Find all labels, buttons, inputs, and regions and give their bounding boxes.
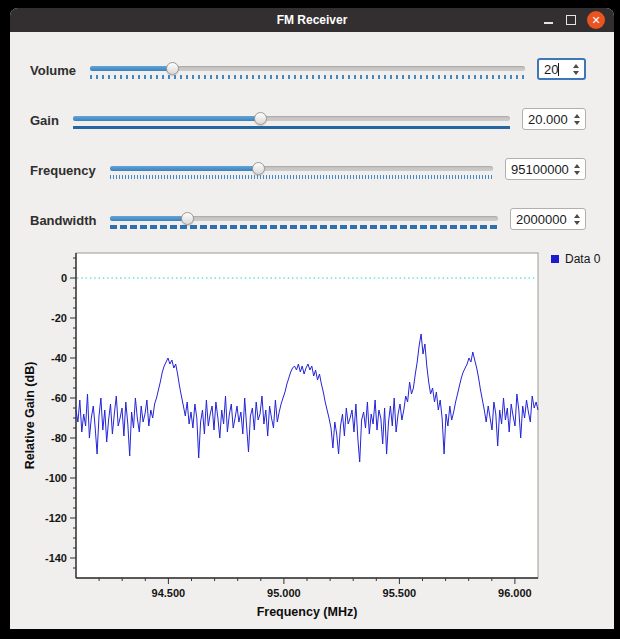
window-title: FM Receiver	[277, 13, 348, 27]
frequency-label: Frequency	[30, 158, 96, 184]
volume-slider-ticks	[90, 75, 525, 79]
frequency-slider[interactable]	[110, 158, 493, 184]
bandwidth-spinbox-arrows[interactable]	[569, 209, 585, 229]
bandwidth-slider-handle[interactable]	[181, 212, 194, 225]
y-tick-label: -100	[45, 472, 67, 484]
bandwidth-spinbox[interactable]: 2000000	[510, 208, 586, 230]
x-tick-label: 95.000	[267, 587, 301, 599]
spectrum-plot-panel: 0-20-40-60-80-100-120-14094.50095.00095.…	[10, 245, 614, 629]
spin-down-icon[interactable]	[574, 121, 580, 125]
spin-up-icon[interactable]	[573, 64, 579, 68]
close-icon: ✕	[591, 15, 600, 26]
frequency-spinbox[interactable]: 95100000	[505, 158, 586, 180]
minimize-button[interactable]	[541, 8, 555, 32]
frequency-slider-ticks	[110, 175, 493, 179]
maximize-button[interactable]	[564, 8, 578, 32]
bandwidth-slider[interactable]	[110, 208, 498, 234]
gain-spinbox[interactable]: 20.000	[522, 108, 586, 130]
x-tick-label: 95.500	[383, 587, 417, 599]
volume-slider[interactable]	[90, 58, 525, 84]
volume-spinbox[interactable]: 20	[537, 58, 586, 80]
legend-marker-icon	[551, 255, 559, 263]
bandwidth-slider-ticks	[110, 225, 498, 229]
frequency-spinbox-arrows[interactable]	[569, 159, 585, 179]
y-axis-title: Relative Gain (dB)	[23, 362, 37, 470]
spin-down-icon[interactable]	[573, 71, 579, 75]
x-tick-label: 94.500	[152, 587, 186, 599]
plot-canvas	[76, 253, 538, 578]
volume-label: Volume	[30, 58, 76, 84]
spin-up-icon[interactable]	[574, 214, 580, 218]
gain-label: Gain	[30, 108, 59, 134]
frequency-spinbox-value[interactable]: 95100000	[506, 162, 569, 177]
minimize-icon	[544, 22, 553, 24]
control-row-bandwidth: Bandwidth 2000000	[30, 208, 586, 234]
y-tick-label: -40	[51, 352, 67, 364]
plot-legend[interactable]: Data 0	[551, 252, 600, 266]
spin-down-icon[interactable]	[574, 171, 580, 175]
y-tick-label: -140	[45, 552, 67, 564]
gain-spinbox-value[interactable]: 20.000	[523, 112, 568, 127]
x-axis-title: Frequency (MHz)	[257, 605, 358, 619]
spectrum-plot[interactable]: 0-20-40-60-80-100-120-14094.50095.00095.…	[10, 245, 614, 629]
volume-slider-handle[interactable]	[166, 62, 179, 75]
gain-spinbox-arrows[interactable]	[569, 109, 585, 129]
bandwidth-spinbox-value[interactable]: 2000000	[511, 212, 567, 227]
gain-slider-ticks	[73, 126, 510, 129]
x-tick-label: 96.000	[498, 587, 532, 599]
frequency-slider-handle[interactable]	[252, 162, 265, 175]
bandwidth-slider-fill	[110, 216, 188, 221]
gain-slider-fill	[73, 116, 261, 121]
spin-down-icon[interactable]	[574, 221, 580, 225]
y-tick-label: -120	[45, 512, 67, 524]
volume-slider-fill	[90, 66, 173, 71]
app-window: FM Receiver ✕ Volume 20 Gain	[10, 8, 614, 629]
control-row-volume: Volume 20	[30, 58, 586, 84]
control-row-frequency: Frequency 95100000	[30, 158, 586, 184]
y-tick-label: 0	[61, 272, 67, 284]
y-tick-label: -60	[51, 392, 67, 404]
frequency-slider-fill	[110, 166, 259, 171]
window-controls: ✕	[541, 8, 605, 32]
volume-spinbox-value[interactable]: 20	[539, 62, 558, 77]
legend-label: Data 0	[565, 252, 600, 266]
close-button[interactable]: ✕	[587, 11, 605, 29]
y-tick-label: -80	[51, 432, 67, 444]
bandwidth-label: Bandwidth	[30, 208, 96, 234]
volume-spinbox-arrows[interactable]	[568, 60, 584, 78]
maximize-icon	[566, 15, 576, 25]
spin-up-icon[interactable]	[574, 164, 580, 168]
text-cursor	[558, 63, 559, 76]
spin-up-icon[interactable]	[574, 114, 580, 118]
gain-slider[interactable]	[73, 108, 510, 134]
y-tick-label: -20	[51, 312, 67, 324]
gain-slider-handle[interactable]	[254, 112, 267, 125]
titlebar[interactable]: FM Receiver ✕	[10, 8, 614, 32]
control-row-gain: Gain 20.000	[30, 108, 586, 134]
